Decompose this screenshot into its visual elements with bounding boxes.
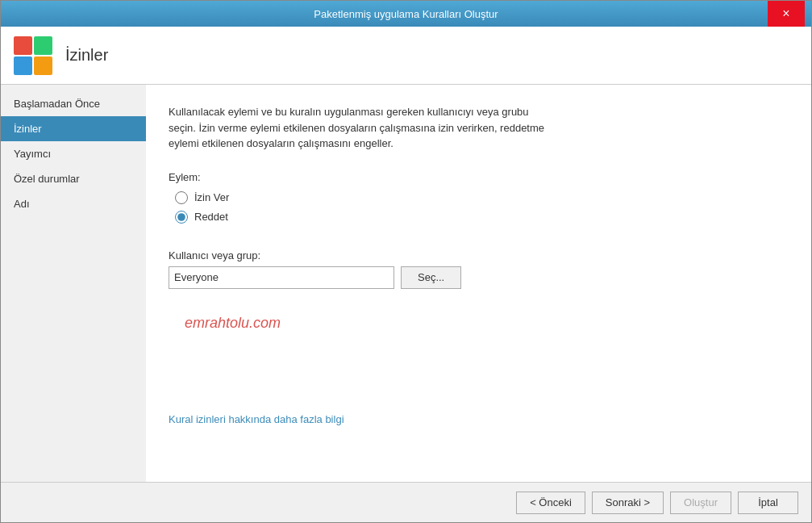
action-radio-group: İzin Ver Reddet [175, 191, 789, 230]
radio-deny-input[interactable] [175, 211, 188, 224]
logo-green [34, 36, 52, 55]
footer: < Önceki Sonraki > Oluştur İptal [1, 482, 811, 522]
cancel-button[interactable]: İptal [738, 492, 798, 514]
user-group-section: Kullanıcı veya grup: Seç... [169, 249, 789, 289]
sidebar-item-izinler[interactable]: İzinler [1, 116, 146, 141]
user-group-row: Seç... [169, 266, 789, 289]
next-button[interactable]: Sonraki > [592, 492, 664, 514]
prev-button[interactable]: < Önceki [516, 492, 585, 514]
header-title: İzinler [65, 46, 108, 65]
bottom-link[interactable]: Kural izinleri hakkında daha fazla bilgi [169, 413, 344, 425]
logo-blue [14, 56, 32, 75]
window-title: Paketlenmiş uygulama Kuralları Oluştur [44, 8, 768, 20]
main-window: Paketlenmiş uygulama Kuralları Oluştur ×… [0, 0, 812, 523]
content-area: Başlamadan Önce İzinler Yayımcı Özel dur… [1, 85, 811, 482]
create-button[interactable]: Oluştur [670, 492, 731, 514]
logo-red [14, 36, 32, 55]
logo-yellow [34, 56, 52, 75]
description-text: Kullanılacak eylemi ve bu kuralın uygula… [169, 104, 556, 152]
sidebar-item-adi[interactable]: Adı [1, 191, 146, 216]
sidebar-item-ozel[interactable]: Özel durumlar [1, 166, 146, 191]
user-group-label: Kullanıcı veya grup: [169, 249, 789, 262]
sidebar: Başlamadan Önce İzinler Yayımcı Özel dur… [1, 85, 146, 482]
radio-deny-item[interactable]: Reddet [175, 211, 789, 224]
radio-allow-input[interactable] [175, 191, 188, 204]
watermark-text: emrahtolu.com [185, 315, 789, 332]
sec-button[interactable]: Seç... [401, 266, 461, 289]
action-label: Eylem: [169, 171, 789, 183]
title-bar: Paketlenmiş uygulama Kuralları Oluştur × [1, 1, 811, 27]
radio-allow-item[interactable]: İzin Ver [175, 191, 789, 204]
app-logo [14, 36, 52, 75]
sidebar-item-baslama[interactable]: Başlamadan Önce [1, 91, 146, 116]
radio-deny-label: Reddet [194, 211, 228, 223]
close-button[interactable]: × [768, 1, 805, 27]
user-input[interactable] [169, 266, 394, 289]
header: İzinler [1, 27, 811, 85]
main-panel: Kullanılacak eylemi ve bu kuralın uygula… [146, 85, 811, 482]
radio-allow-label: İzin Ver [194, 191, 229, 203]
sidebar-item-yayimci[interactable]: Yayımcı [1, 141, 146, 166]
